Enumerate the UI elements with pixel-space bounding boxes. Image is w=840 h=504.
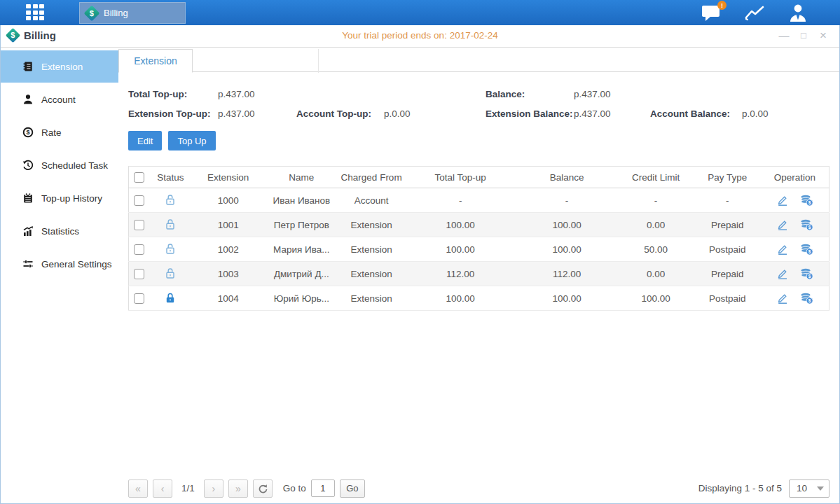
table-row: 1000Иван ИвановAccount----$ xyxy=(129,188,829,213)
extensions-table: Status Extension Name Charged From Total… xyxy=(128,166,829,311)
cell-extension: 1001 xyxy=(191,213,265,237)
status-locked[interactable] xyxy=(164,291,177,304)
page-size-select[interactable]: 10 xyxy=(789,479,829,498)
close-button[interactable]: × xyxy=(817,29,829,43)
sidebar: Extension Account $ Rate xyxy=(1,48,118,503)
row-checkbox[interactable] xyxy=(134,195,144,206)
svg-text:$: $ xyxy=(26,129,29,136)
edit-pencil-icon[interactable] xyxy=(776,292,789,304)
refresh-button[interactable] xyxy=(253,479,273,498)
cell-pay-type: - xyxy=(694,188,761,213)
user-icon[interactable] xyxy=(787,3,812,22)
calendar-icon xyxy=(22,192,34,204)
goto-page-input[interactable] xyxy=(311,479,335,497)
tab-extension[interactable]: Extension xyxy=(118,49,193,73)
dollar-coin-icon: $ xyxy=(22,127,34,138)
apps-grid-icon[interactable] xyxy=(26,4,48,22)
svg-text:$: $ xyxy=(808,200,811,206)
svg-text:$: $ xyxy=(808,225,811,230)
table-header-row: Status Extension Name Charged From Total… xyxy=(129,167,829,188)
edit-button[interactable]: Edit xyxy=(128,131,162,150)
status-unlocked[interactable] xyxy=(164,267,177,279)
goto-label: Go to xyxy=(283,483,306,493)
lock-open-icon xyxy=(164,193,177,206)
sidebar-item-label: Extension xyxy=(41,62,83,72)
billing-window: $ Billing Your trial period ends on: 201… xyxy=(0,25,840,504)
topup-coins-icon[interactable]: $ xyxy=(800,292,813,304)
sidebar-item-label: Scheduled Task xyxy=(41,160,108,171)
row-checkbox[interactable] xyxy=(134,220,144,230)
extension-topup-label: Extension Top-up: xyxy=(128,108,218,119)
topup-coins-icon[interactable]: $ xyxy=(800,243,813,255)
cell-charged-from: Extension xyxy=(338,262,405,286)
sidebar-item-general-settings[interactable]: General Settings xyxy=(1,248,118,280)
last-page-button[interactable]: » xyxy=(228,479,248,498)
status-unlocked[interactable] xyxy=(164,242,177,255)
refresh-icon xyxy=(258,484,268,493)
minimize-button[interactable]: — xyxy=(778,29,790,43)
svg-text:$: $ xyxy=(808,249,811,255)
taskbar-tab-billing[interactable]: $ Billing xyxy=(79,2,186,24)
table-row: 1001Петр ПетровExtension100.00100.000.00… xyxy=(129,213,829,237)
cell-credit-limit: 100.00 xyxy=(617,286,694,311)
desktop-topbar: $ Billing ! xyxy=(0,0,840,25)
notification-badge: ! xyxy=(717,1,727,10)
col-status: Status xyxy=(149,167,191,188)
sidebar-item-label: Account xyxy=(41,94,76,105)
edit-pencil-icon[interactable] xyxy=(776,194,789,206)
next-page-button[interactable]: › xyxy=(204,479,223,498)
col-balance: Balance xyxy=(516,167,617,188)
cell-extension: 1004 xyxy=(191,286,265,311)
prev-page-button[interactable]: ‹ xyxy=(153,479,172,498)
select-all-checkbox[interactable] xyxy=(134,172,144,183)
sidebar-item-account[interactable]: Account xyxy=(1,83,118,115)
cell-pay-type: Prepaid xyxy=(694,262,761,286)
sidebar-item-extension[interactable]: Extension xyxy=(1,50,118,83)
chart-growth-icon xyxy=(22,225,34,237)
top-up-button[interactable]: Top Up xyxy=(168,131,215,150)
status-unlocked[interactable] xyxy=(164,193,177,206)
sidebar-item-label: Top-up History xyxy=(41,193,102,204)
col-total-topup: Total Top-up xyxy=(405,167,516,188)
cell-total-topup: 112.00 xyxy=(405,262,516,286)
statistics-chart-icon[interactable] xyxy=(743,3,769,22)
cell-name: Юрий Юрь... xyxy=(265,286,338,311)
sidebar-item-topup-history[interactable]: Top-up History xyxy=(1,182,118,214)
first-page-button[interactable]: « xyxy=(128,479,148,498)
sidebar-item-scheduled-task[interactable]: Scheduled Task xyxy=(1,149,118,181)
chevron-down-icon xyxy=(817,486,824,491)
total-topup-value: p.437.00 xyxy=(218,89,296,99)
lock-open-icon xyxy=(164,242,177,255)
cell-pay-type: Postpaid xyxy=(694,286,761,311)
topup-coins-icon[interactable]: $ xyxy=(800,194,813,206)
page-size-value: 10 xyxy=(797,483,807,493)
status-unlocked[interactable] xyxy=(164,218,177,230)
taskbar-tab-label: Billing xyxy=(104,8,128,18)
cell-total-topup: 100.00 xyxy=(405,213,516,237)
cell-extension: 1003 xyxy=(191,262,265,286)
sidebar-item-label: Statistics xyxy=(41,226,79,237)
edit-pencil-icon[interactable] xyxy=(776,267,789,280)
sidebar-item-statistics[interactable]: Statistics xyxy=(1,215,118,247)
topup-coins-icon[interactable]: $ xyxy=(800,267,813,280)
edit-pencil-icon[interactable] xyxy=(776,218,789,231)
edit-pencil-icon[interactable] xyxy=(776,243,789,255)
sidebar-item-rate[interactable]: $ Rate xyxy=(1,116,118,148)
account-balance-label: Account Balance: xyxy=(650,108,742,119)
col-name: Name xyxy=(265,167,338,188)
tabbar-spacer xyxy=(193,49,319,73)
summary-panel: Total Top-up: p.437.00 Balance: p.437.00… xyxy=(128,89,829,119)
messages-icon[interactable]: ! xyxy=(700,3,725,22)
sidebar-item-label: Rate xyxy=(41,127,62,138)
topup-coins-icon[interactable]: $ xyxy=(800,218,813,231)
row-checkbox[interactable] xyxy=(134,244,144,255)
row-checkbox[interactable] xyxy=(134,269,144,279)
maximize-button[interactable]: □ xyxy=(797,29,810,43)
cell-balance: 100.00 xyxy=(516,286,617,311)
col-credit-limit: Credit Limit xyxy=(617,167,694,188)
row-checkbox[interactable] xyxy=(134,293,144,304)
go-button[interactable]: Go xyxy=(340,479,365,498)
lock-closed-icon xyxy=(164,291,177,304)
displaying-text: Displaying 1 - 5 of 5 xyxy=(698,483,782,493)
extension-topup-value: p.437.00 xyxy=(218,108,296,119)
